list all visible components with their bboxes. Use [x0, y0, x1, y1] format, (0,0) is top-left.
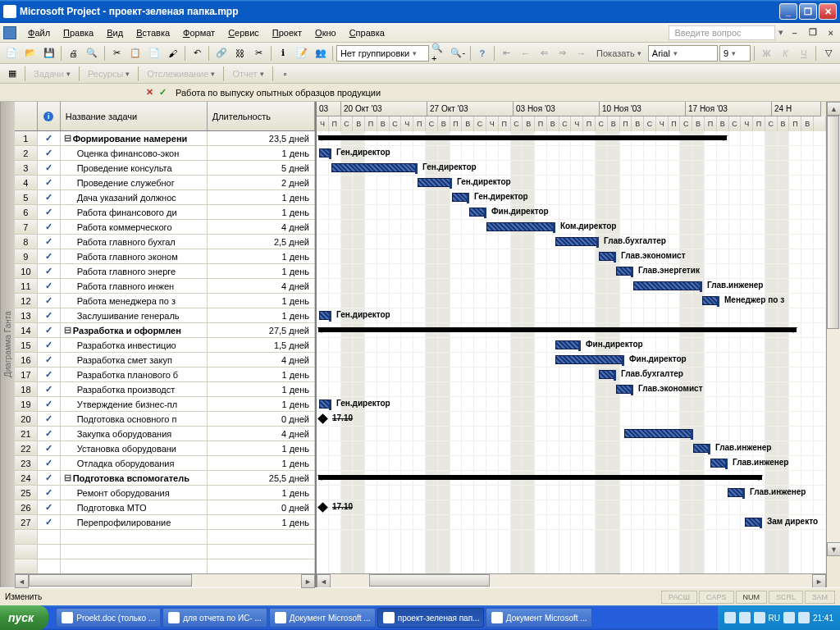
task-name-cell[interactable]: Разработка производст	[61, 382, 208, 396]
scroll-right-button[interactable]: ►	[301, 574, 315, 588]
zoom-out-button[interactable]: 🔍-	[450, 44, 467, 62]
task-row[interactable]: 26✓Подготовка МТО0 дней	[15, 500, 315, 515]
task-duration-cell[interactable]: 1 день	[208, 486, 315, 500]
system-tray[interactable]: RU 21:41	[718, 605, 840, 630]
tray-icon[interactable]	[739, 612, 751, 623]
task-name-cell[interactable]: Заслушивание генераль	[61, 308, 208, 322]
task-row[interactable]: 19✓Утверждение бизнес-пл1 день	[15, 397, 315, 412]
task-row[interactable]: 21✓Закупка оборудования4 дней	[15, 427, 315, 441]
task-name-cell[interactable]: Ремонт оборудования	[61, 486, 208, 500]
task-row[interactable]: 20✓Подготовка основного п0 дней	[15, 412, 315, 427]
task-row[interactable]: 13✓Заслушивание генераль1 день	[15, 308, 315, 323]
row-id[interactable]: 24	[15, 471, 38, 485]
task-row[interactable]: 1✓⊟Формирование намерени23,5 дней	[15, 131, 315, 146]
task-row[interactable]: 18✓Разработка производст1 день	[15, 382, 315, 397]
task-name-cell[interactable]: Оценка финансово-экон	[61, 146, 208, 160]
gantt-scroll-up-button[interactable]: ▲	[827, 102, 840, 116]
task-bar[interactable]	[702, 296, 719, 305]
task-row[interactable]: 17✓Разработка планового б1 день	[15, 368, 315, 382]
task-bar[interactable]	[693, 444, 710, 453]
language-indicator[interactable]: RU	[769, 614, 780, 623]
tracking-link[interactable]: Отслеживание▾	[142, 67, 220, 80]
task-row[interactable]: 2✓Оценка финансово-экон1 день	[15, 146, 315, 161]
row-id[interactable]: 17	[15, 368, 38, 381]
indent-button[interactable]: ⇒	[555, 44, 572, 62]
grouping-combo[interactable]: Нет группировки▾	[336, 45, 429, 62]
new-button[interactable]: 📄	[3, 44, 21, 62]
task-duration-cell[interactable]: 4 дней	[208, 427, 315, 441]
format-painter-button[interactable]: 🖌	[164, 44, 181, 62]
task-duration-cell[interactable]: 1 день	[208, 456, 315, 470]
row-id[interactable]: 23	[15, 456, 38, 470]
gantt-scroll-right-button[interactable]: ►	[812, 574, 826, 587]
task-row[interactable]: 23✓Отладка оборудования1 день	[15, 456, 315, 471]
view-tab-gantt[interactable]: Диаграмма Ганта	[0, 102, 15, 587]
task-name-cell[interactable]: Установка оборудовани	[61, 441, 208, 455]
tray-icon[interactable]	[754, 612, 765, 623]
menu-сервис[interactable]: Сервис	[221, 26, 266, 39]
info-button[interactable]: ℹ	[275, 44, 292, 62]
task-bar[interactable]	[624, 429, 693, 438]
copy-button[interactable]: 📋	[126, 44, 144, 62]
tray-icon[interactable]	[724, 612, 736, 623]
row-id[interactable]: 10	[15, 264, 38, 278]
undo-button[interactable]: ↶	[189, 44, 206, 62]
row-id[interactable]: 14	[15, 323, 38, 337]
task-row[interactable]: 4✓Проведение служебног2 дней	[15, 176, 315, 190]
task-row[interactable]: 3✓Проведение консульта5 дней	[15, 161, 315, 176]
print-button[interactable]: 🖨	[65, 44, 82, 62]
formula-text[interactable]: Работа по выпуску опытных образцов проду…	[176, 88, 381, 98]
task-row[interactable]: 16✓Разработка смет закуп4 дней	[15, 353, 315, 368]
menu-файл[interactable]: Файл	[21, 26, 57, 39]
tray-icon[interactable]	[798, 612, 810, 623]
task-duration-cell[interactable]: 0 дней	[208, 500, 315, 514]
menu-окно[interactable]: Окно	[308, 26, 343, 39]
task-duration-cell[interactable]: 2,5 дней	[208, 235, 315, 249]
task-name-cell[interactable]: Работа главного эконом	[61, 249, 208, 263]
help-button[interactable]: ?	[474, 44, 491, 62]
task-name-cell[interactable]: Разработка смет закуп	[61, 353, 208, 367]
tray-icon[interactable]	[783, 612, 795, 623]
task-name-cell[interactable]: Работа главного инжен	[61, 279, 208, 293]
row-id[interactable]: 11	[15, 279, 38, 293]
taskbar-item[interactable]: Документ Microsoft ...	[269, 608, 376, 628]
task-bar[interactable]	[452, 193, 469, 202]
task-duration-cell[interactable]: 1 день	[208, 190, 315, 204]
taskbar-item[interactable]: проект-зеленая пап...	[377, 608, 484, 628]
task-row[interactable]: 5✓Дача указаний должнос1 день	[15, 190, 315, 205]
task-name-cell[interactable]: Проведение служебног	[61, 176, 208, 189]
row-id[interactable]: 12	[15, 294, 38, 308]
save-button[interactable]: 💾	[41, 44, 58, 62]
task-name-cell[interactable]: Работа менеджера по з	[61, 294, 208, 308]
task-name-cell[interactable]: Подготовка основного п	[61, 412, 208, 426]
taskbar-item[interactable]: Документ Microsoft ...	[486, 608, 592, 628]
task-bar[interactable]	[319, 311, 331, 320]
task-name-cell[interactable]: Перепрофилирование	[61, 515, 208, 529]
task-duration-cell[interactable]: 4 дней	[208, 220, 315, 234]
report-link[interactable]: Отчет▾	[227, 67, 268, 80]
filter-button[interactable]: ▽	[819, 44, 837, 62]
row-id[interactable]: 13	[15, 308, 38, 322]
menu-вид[interactable]: Вид	[100, 26, 130, 39]
col-header-duration[interactable]: Длительность	[208, 102, 315, 130]
task-row[interactable]: 11✓Работа главного инжен4 дней	[15, 279, 315, 294]
scroll-left-button[interactable]: ◄	[15, 574, 29, 588]
task-bar[interactable]	[319, 148, 331, 158]
task-duration-cell[interactable]: 1 день	[208, 205, 315, 219]
row-id[interactable]: 15	[15, 338, 38, 352]
gantt-scroll-left-button[interactable]: ◄	[317, 574, 331, 587]
task-row[interactable]: 22✓Установка оборудовани1 день	[15, 441, 315, 456]
task-duration-cell[interactable]: 1 день	[208, 441, 315, 455]
task-duration-cell[interactable]: 4 дней	[208, 279, 315, 293]
task-row[interactable]: 12✓Работа менеджера по з1 день	[15, 294, 315, 308]
col-header-id[interactable]	[15, 102, 38, 130]
task-name-cell[interactable]: Утверждение бизнес-пл	[61, 397, 208, 411]
row-id[interactable]: 9	[15, 249, 38, 263]
assign-button[interactable]: 👥	[312, 44, 329, 62]
link-button[interactable]: 🔗	[212, 44, 230, 62]
task-bar[interactable]	[555, 355, 624, 364]
menu-вставка[interactable]: Вставка	[130, 26, 176, 39]
task-row[interactable]: 6✓Работа финансового ди1 день	[15, 205, 315, 220]
row-id[interactable]: 5	[15, 190, 38, 204]
task-bar[interactable]	[331, 163, 418, 172]
